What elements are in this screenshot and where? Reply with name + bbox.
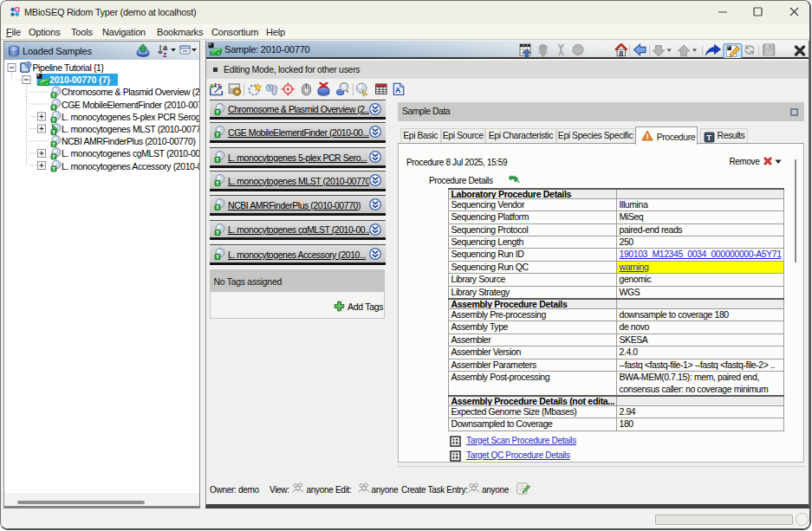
svg-text:A: A xyxy=(395,86,400,94)
svg-text:z: z xyxy=(163,50,167,58)
svg-text:T: T xyxy=(706,133,711,142)
